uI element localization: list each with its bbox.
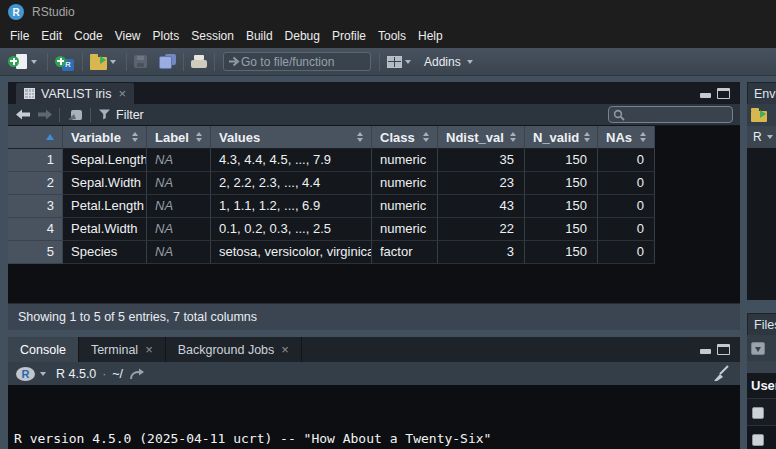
tab-varlist-iris[interactable]: VARLIST iris × [16,83,134,104]
window-title: RStudio [32,5,75,19]
save-button[interactable] [132,50,149,74]
menu-code[interactable]: Code [69,25,108,47]
new-file-button[interactable] [6,50,42,74]
tab-environment[interactable]: Environment [748,83,776,104]
working-directory-label[interactable]: ~/ [112,367,123,381]
package-checkbox[interactable] [752,407,764,419]
goto-file-function-box[interactable] [223,52,371,71]
cell-class: numeric [372,195,438,218]
table-header-row: Variable Label Values Class Ndist_val N_… [8,126,655,149]
tab-console[interactable]: Console [8,337,79,362]
column-header-nas[interactable]: NAs [598,126,655,149]
column-header-ndist-val[interactable]: Ndist_val [438,126,525,149]
menu-build[interactable]: Build [241,25,278,47]
chevron-down-icon [467,60,473,64]
package-checkbox[interactable] [752,434,764,446]
menu-edit[interactable]: Edit [36,25,67,47]
row-number: 3 [8,195,63,218]
row-number: 4 [8,218,63,241]
chevron-down-icon [767,135,773,139]
cell-values: 4.3, 4.4, 4.5, ..., 7.9 [211,149,372,172]
close-icon[interactable]: × [281,343,289,356]
column-header-class[interactable]: Class [372,126,438,149]
goto-file-function-input[interactable] [241,55,366,69]
console-tabstrip: Console Terminal × Background Jobs × [8,337,740,362]
column-header-values[interactable]: Values [211,126,372,149]
cell-label: NA [147,241,211,264]
tab-files[interactable]: Files [748,314,776,335]
viewer-toolbar: Filter [8,104,740,126]
menu-debug[interactable]: Debug [280,25,325,47]
open-file-button[interactable] [88,50,121,74]
close-icon[interactable]: × [145,343,153,356]
load-workspace-folder-icon[interactable] [751,111,767,122]
back-arrow-icon[interactable] [16,109,31,120]
table-row: 4 Petal.Width NA 0.1, 0.2, 0.3, ..., 2.5… [8,218,655,241]
addins-button[interactable]: Addins [416,50,478,74]
cell-n-valid: 150 [525,218,598,241]
column-header-label[interactable]: Label [147,126,211,149]
print-button[interactable] [189,50,209,74]
table-search-box[interactable] [608,106,733,123]
tab-terminal[interactable]: Terminal × [79,337,166,362]
menu-file[interactable]: File [5,25,34,47]
pane-layout-button[interactable] [385,50,416,74]
cell-values: 0.1, 0.2, 0.3, ..., 2.5 [211,218,372,241]
cell-ndist-val: 35 [438,149,525,172]
cell-ndist-val: 43 [438,195,525,218]
minimize-pane-icon[interactable] [700,349,711,354]
menu-plots[interactable]: Plots [148,25,185,47]
environment-language-selector[interactable]: R [747,126,776,148]
pane-layout-icon [387,56,402,68]
forward-arrow-icon[interactable] [37,109,52,120]
main-toolbar: Addins [0,48,776,76]
close-icon[interactable]: × [118,87,126,100]
sort-icon [640,132,646,142]
save-all-button[interactable] [157,50,178,74]
tab-background-jobs[interactable]: Background Jobs × [166,337,302,362]
sort-ascending-icon [46,134,54,140]
environment-tabstrip: Environment [747,82,776,104]
menu-tools[interactable]: Tools [373,25,411,47]
column-header-n-valid[interactable]: N_valid [525,126,598,149]
new-project-button[interactable] [53,50,77,74]
minimize-pane-icon[interactable] [700,93,711,98]
chevron-down-icon [110,60,116,64]
open-in-new-window-icon[interactable] [67,108,83,121]
filter-button[interactable]: Filter [98,108,144,122]
rstudio-window: R RStudio File Edit Code View Plots Sess… [0,0,776,449]
clear-console-broom-icon[interactable] [712,365,730,382]
install-package-icon[interactable] [751,342,765,355]
data-viewer-pane: VARLIST iris × Filter [8,82,740,330]
console-toolbar: R R 4.5.0 · ~/ [8,362,740,385]
table-search-input[interactable] [625,108,728,122]
cell-class: factor [372,241,438,264]
console-line: R version 4.5.0 (2025-04-11 ucrt) -- "Ho… [14,431,740,447]
toolbar-separator [90,108,91,122]
menubar: File Edit Code View Plots Session Build … [0,24,776,48]
chevron-down-icon [405,60,411,64]
sort-icon [423,132,429,142]
cell-n-valid: 150 [525,241,598,264]
menu-view[interactable]: View [110,25,146,47]
filter-label: Filter [116,108,144,122]
column-header-variable[interactable]: Variable [63,126,147,149]
menu-session[interactable]: Session [186,25,239,47]
cell-class: numeric [372,218,438,241]
console-output[interactable]: R version 4.5.0 (2025-04-11 ucrt) -- "Ho… [8,385,740,449]
menu-profile[interactable]: Profile [327,25,371,47]
r-logo-icon[interactable]: R [16,367,35,381]
cell-values: 2, 2.2, 2.3, ..., 4.4 [211,172,372,195]
cell-class: numeric [372,172,438,195]
column-header-rownum[interactable] [8,126,63,149]
chevron-down-icon[interactable] [40,372,46,376]
maximize-pane-icon[interactable] [717,88,730,99]
chevron-down-icon [31,60,37,64]
cell-variable: Species [63,241,147,264]
variables-table: Variable Label Values Class Ndist_val N_… [8,126,655,264]
row-number: 5 [8,241,63,264]
cell-label: NA [147,195,211,218]
maximize-pane-icon[interactable] [717,344,730,355]
menu-help[interactable]: Help [413,25,448,47]
goto-directory-arrow-icon[interactable] [129,368,145,380]
